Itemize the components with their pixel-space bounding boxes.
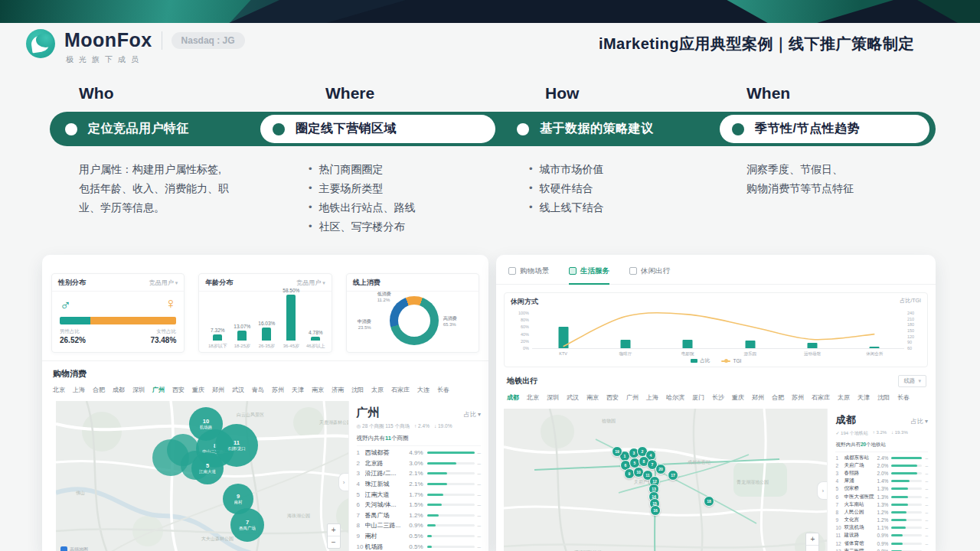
city-tab-北京[interactable]: 北京 bbox=[53, 386, 65, 394]
sort-dropdown[interactable]: 占比 ▾ bbox=[464, 410, 481, 419]
city-tab-南京[interactable]: 南京 bbox=[586, 393, 599, 402]
city-tab-成都[interactable]: 成都 bbox=[113, 386, 125, 394]
metro-station-marker[interactable]: 17 bbox=[668, 470, 678, 481]
step-pill-how[interactable]: 基于数据的策略建议 bbox=[501, 112, 720, 146]
map-zoom-control[interactable]: +− bbox=[327, 523, 341, 549]
city-tab-沈阳[interactable]: 沈阳 bbox=[877, 393, 890, 402]
city-tab-广州[interactable]: 广州 bbox=[626, 393, 639, 402]
city-tab-天津[interactable]: 天津 bbox=[858, 393, 870, 402]
city-tab-石家庄[interactable]: 石家庄 bbox=[391, 386, 410, 394]
audience-filter-dropdown[interactable]: 竞品用户▾ bbox=[149, 279, 178, 287]
city-tab-上海[interactable]: 上海 bbox=[646, 393, 658, 402]
step-pill-inner[interactable]: 圈定线下营销区域 bbox=[260, 115, 495, 143]
rank-row[interactable]: 6中医大省医院1.3%– bbox=[835, 493, 928, 500]
rank-row[interactable]: 4犀浦1.4%– bbox=[835, 478, 928, 485]
zoom-in-button[interactable]: + bbox=[806, 533, 818, 546]
rank-row[interactable]: 8人民公园1.2%– bbox=[835, 508, 928, 516]
city-tab-成都[interactable]: 成都 bbox=[507, 393, 519, 402]
rank-row[interactable]: 4珠江新城2.1%– bbox=[357, 479, 481, 490]
zoom-in-button[interactable]: + bbox=[328, 524, 340, 536]
sort-dropdown[interactable]: 占比 ▾ bbox=[911, 417, 928, 425]
city-tab-长春[interactable]: 长春 bbox=[437, 386, 449, 394]
city-tab-深圳[interactable]: 深圳 bbox=[547, 393, 559, 402]
rank-percent: 1.3% bbox=[874, 502, 891, 507]
step-pill-inner[interactable]: 季节性/节点性趋势 bbox=[720, 115, 929, 143]
step-pill-where[interactable]: 圈定线下营销区域 bbox=[260, 112, 501, 146]
rank-row[interactable]: 1西城都荟4.9%– bbox=[357, 448, 481, 458]
rank-row[interactable]: 9南村0.5%– bbox=[357, 531, 481, 542]
dashboard-tab-生活服务[interactable]: 生活服务 bbox=[569, 264, 609, 284]
city-tab-合肥[interactable]: 合肥 bbox=[772, 393, 784, 402]
city-tab-合肥[interactable]: 合肥 bbox=[93, 386, 105, 394]
city-tab-郑州[interactable]: 郑州 bbox=[752, 393, 764, 402]
dashboard-tab-购物场景[interactable]: 购物场景 bbox=[508, 264, 549, 284]
city-tab-天津[interactable]: 天津 bbox=[292, 386, 304, 394]
rank-row[interactable]: 13市二医院0.8%– bbox=[835, 547, 928, 551]
city-tab-郑州[interactable]: 郑州 bbox=[212, 386, 224, 394]
metro-station-marker[interactable]: 16 bbox=[650, 505, 661, 516]
bullet-dot-icon: • bbox=[309, 160, 312, 178]
zoom-out-button[interactable]: − bbox=[328, 536, 340, 548]
rank-row[interactable]: 7番禺广场1.2%– bbox=[357, 510, 481, 521]
city-tab-重庆[interactable]: 重庆 bbox=[732, 393, 744, 402]
female-bar bbox=[90, 317, 176, 324]
city-tab-大连[interactable]: 大连 bbox=[417, 386, 430, 394]
metro-station-marker[interactable]: 20 bbox=[655, 464, 666, 474]
city-tab-广州[interactable]: 广州 bbox=[152, 386, 165, 394]
city-tab-济南[interactable]: 济南 bbox=[332, 386, 344, 394]
city-tab-西安[interactable]: 西安 bbox=[606, 393, 619, 402]
city-tab-武汉[interactable]: 武汉 bbox=[567, 393, 579, 402]
city-tab-武汉[interactable]: 武汉 bbox=[232, 386, 244, 394]
metro-station-marker[interactable]: 18 bbox=[704, 496, 714, 507]
brand-name: MoonFox bbox=[64, 29, 152, 51]
city-tab-苏州[interactable]: 苏州 bbox=[272, 386, 284, 394]
rank-row[interactable]: 5江南大道1.7%– bbox=[357, 489, 481, 500]
city-tab-沈阳[interactable]: 沈阳 bbox=[351, 386, 364, 394]
rank-row[interactable]: 6天河城/体...1.5%– bbox=[357, 500, 481, 510]
city-tab-厦门[interactable]: 厦门 bbox=[692, 393, 704, 402]
rank-row[interactable]: 10双流机场1.1%– bbox=[835, 524, 928, 532]
panel-collapse-button[interactable]: › bbox=[338, 473, 348, 491]
audience-filter-dropdown[interactable]: 竞品用户▾ bbox=[296, 279, 325, 287]
rank-row[interactable]: 11建设路0.9%– bbox=[835, 532, 928, 540]
city-tab-重庆[interactable]: 重庆 bbox=[192, 386, 204, 394]
rank-row[interactable]: 2北京路3.0%– bbox=[357, 458, 481, 469]
metro-map[interactable]: 植物园成都东客站青龙湖湿地公园天府广场双流国际机场 13246587910111… bbox=[504, 409, 827, 551]
rank-row[interactable]: 2天府广场2.0%– bbox=[835, 461, 928, 469]
district-bubble[interactable]: 7番禺广场 bbox=[230, 508, 264, 542]
rank-row[interactable]: 8中山二三路...0.9%– bbox=[357, 520, 481, 531]
rank-row[interactable]: 5倪家桥1.3%– bbox=[835, 485, 928, 493]
step-pill-when[interactable]: 季节性/节点性趋势 bbox=[720, 112, 936, 146]
city-tab-哈尔滨[interactable]: 哈尔滨 bbox=[666, 393, 684, 402]
city-tab-上海[interactable]: 上海 bbox=[73, 386, 85, 394]
city-tab-太原[interactable]: 太原 bbox=[371, 386, 384, 394]
line-select-dropdown[interactable]: 线路 ▾ bbox=[898, 375, 926, 387]
rank-row[interactable]: 3沿江路/二...2.1%– bbox=[357, 468, 481, 479]
panel-collapse-button[interactable]: › bbox=[817, 481, 827, 500]
city-tab-苏州[interactable]: 苏州 bbox=[792, 393, 804, 402]
district-bubble[interactable]: 5江南大道 bbox=[191, 452, 224, 484]
city-tab-长沙[interactable]: 长沙 bbox=[712, 393, 724, 402]
rank-row[interactable]: 9文化宫1.2%– bbox=[835, 517, 928, 524]
city-tab-青岛[interactable]: 青岛 bbox=[252, 386, 264, 394]
dashboard-tab-休闲出行[interactable]: 休闲出行 bbox=[629, 264, 670, 284]
rank-name: 机场路 bbox=[365, 543, 407, 551]
step-pill-who[interactable]: 定位竞品用户特征 bbox=[50, 112, 260, 146]
rank-trend-dash: – bbox=[478, 533, 481, 540]
city-tab-石家庄[interactable]: 石家庄 bbox=[812, 393, 830, 402]
metro-station-marker[interactable]: 19 bbox=[612, 446, 622, 457]
rank-row[interactable]: 1成都东客站2.4%– bbox=[835, 454, 928, 461]
rank-row[interactable]: 7火车南站1.3%– bbox=[835, 500, 928, 508]
city-tab-西安[interactable]: 西安 bbox=[172, 386, 185, 394]
rank-row[interactable]: 3春熙路2.0%– bbox=[835, 469, 928, 477]
shopping-map[interactable]: 白云山风景区天鹿湖森林公园佛山大夫山森林公园海珠湖公园 10机场路8中山二三路/… bbox=[56, 401, 348, 551]
rank-row[interactable]: 12省体育馆0.9%– bbox=[835, 540, 928, 547]
city-tab-北京[interactable]: 北京 bbox=[527, 393, 539, 402]
city-tab-长春[interactable]: 长春 bbox=[897, 393, 910, 402]
city-tab-太原[interactable]: 太原 bbox=[838, 393, 850, 402]
city-tab-深圳[interactable]: 深圳 bbox=[132, 386, 145, 394]
rank-row[interactable]: 10机场路0.5%– bbox=[357, 541, 481, 551]
city-tab-南京[interactable]: 南京 bbox=[312, 386, 324, 394]
zoom-out-button[interactable]: − bbox=[806, 546, 818, 551]
map-zoom-control[interactable]: +− bbox=[805, 533, 819, 551]
